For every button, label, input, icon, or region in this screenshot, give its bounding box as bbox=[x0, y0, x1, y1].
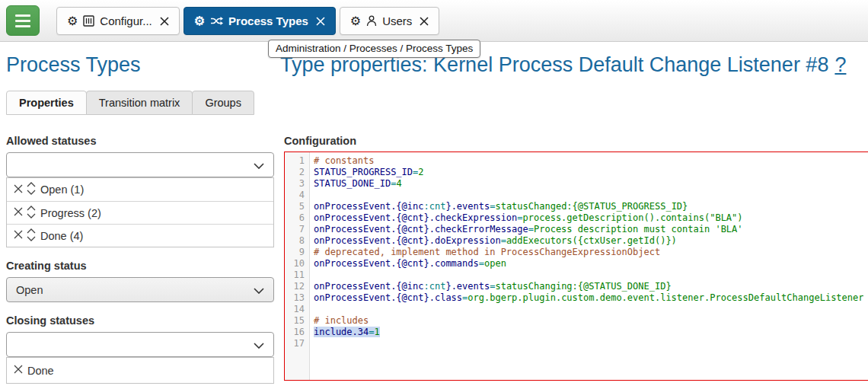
code-line: include.34=1 bbox=[314, 327, 863, 338]
creating-status-value: Open bbox=[16, 284, 43, 296]
chevron-down-icon bbox=[254, 284, 264, 296]
creating-status-label: Creating status bbox=[6, 260, 87, 272]
line-number: 10 bbox=[285, 258, 309, 270]
allowed-statuses-select[interactable] bbox=[6, 152, 274, 177]
breadcrumb-tooltip: Administration / Processes / Process Typ… bbox=[268, 40, 480, 58]
delete-icon[interactable] bbox=[13, 229, 24, 242]
tab-properties[interactable]: Properties bbox=[6, 91, 87, 115]
config-icon bbox=[83, 15, 94, 27]
config-editor[interactable]: 1234567891011121314151617 # constantsSTA… bbox=[284, 152, 868, 381]
content-tabs: PropertiesTransition matrixGroups bbox=[6, 91, 254, 115]
gear-icon: ⚙ bbox=[67, 15, 78, 27]
line-number: 2 bbox=[285, 167, 309, 178]
shuffle-icon bbox=[210, 16, 223, 26]
tab-users[interactable]: ⚙Users bbox=[340, 7, 440, 35]
tab-bar-tabs: ⚙Configur...⚙Process Types⚙Users bbox=[56, 7, 439, 35]
creating-status-select[interactable]: Open bbox=[6, 277, 274, 302]
tab-label: Configur... bbox=[100, 14, 152, 27]
line-number: 12 bbox=[285, 281, 309, 292]
code-line: onProcessEvent.{@cnt}.commands=open bbox=[314, 258, 863, 270]
code-line: STATUS_PROGRESS_ID=2 bbox=[314, 167, 863, 178]
top-tab-bar: ⚙Configur...⚙Process Types⚙Users bbox=[0, 0, 868, 42]
selection-highlight: include.34=1 bbox=[314, 327, 380, 337]
status-row: Progress (2) bbox=[7, 201, 273, 224]
status-label: Progress (2) bbox=[40, 207, 101, 219]
close-icon bbox=[420, 17, 429, 26]
line-number: 15 bbox=[285, 315, 309, 327]
help-link[interactable]: ? bbox=[834, 53, 846, 76]
tab-transition-matrix[interactable]: Transition matrix bbox=[86, 91, 193, 115]
closing-statuses-label: Closing statuses bbox=[6, 314, 94, 327]
code-line: onProcessEvent.{@cnt}.checkErrorMessage=… bbox=[314, 224, 863, 235]
code-line bbox=[314, 338, 863, 349]
line-number: 6 bbox=[285, 212, 309, 224]
page-title: Process Types bbox=[6, 53, 141, 77]
code-line bbox=[314, 304, 863, 315]
sort-icon[interactable] bbox=[26, 181, 37, 198]
code-line: # constants bbox=[314, 155, 863, 167]
line-number: 7 bbox=[285, 224, 309, 235]
allowed-statuses-list: Open (1)Progress (2)Done (4) bbox=[6, 177, 274, 247]
gear-icon: ⚙ bbox=[194, 15, 205, 27]
line-number: 3 bbox=[285, 178, 309, 190]
status-row: Done bbox=[7, 358, 273, 383]
status-row: Open (1) bbox=[7, 178, 273, 201]
tab-process-types[interactable]: ⚙Process Types bbox=[183, 7, 336, 35]
code-line: onProcessEvent.{@cnt}.class=org.bgerp.pl… bbox=[314, 292, 863, 304]
code-line: onProcessEvent.{@cnt}.checkExpression=pr… bbox=[314, 212, 863, 224]
allowed-statuses-label: Allowed statuses bbox=[6, 135, 96, 147]
close-icon[interactable] bbox=[420, 17, 429, 26]
menu-button[interactable] bbox=[6, 5, 40, 36]
user-icon bbox=[366, 15, 377, 27]
code-line: # deprecated, implement method in Proces… bbox=[314, 247, 863, 258]
tab-label: Users bbox=[382, 14, 412, 27]
sort-icon[interactable] bbox=[26, 205, 37, 222]
line-number: 14 bbox=[285, 304, 309, 315]
chevron-down-icon bbox=[254, 339, 264, 351]
code-line: onProcessEvent.{@inc:cnt}.events=statusC… bbox=[314, 201, 863, 212]
close-icon[interactable] bbox=[316, 17, 325, 26]
menu-icon bbox=[15, 14, 30, 17]
status-label: Done (4) bbox=[40, 230, 83, 242]
tab-groups[interactable]: Groups bbox=[192, 91, 254, 115]
close-icon[interactable] bbox=[160, 17, 169, 26]
code-line: # includes bbox=[314, 315, 863, 327]
line-number: 11 bbox=[285, 270, 309, 281]
closing-statuses-select[interactable] bbox=[6, 332, 274, 357]
line-number: 5 bbox=[285, 201, 309, 212]
line-number: 1 bbox=[285, 155, 309, 167]
status-label: Done bbox=[27, 365, 54, 377]
delete-icon[interactable] bbox=[13, 206, 24, 219]
code-line bbox=[314, 190, 863, 201]
closing-statuses-list: Done bbox=[6, 357, 274, 384]
configuration-label: Configuration bbox=[284, 135, 356, 147]
line-number: 16 bbox=[285, 327, 309, 338]
gear-icon: ⚙ bbox=[350, 15, 361, 27]
code-line: STATUS_DONE_ID=4 bbox=[314, 178, 863, 190]
delete-icon[interactable] bbox=[13, 364, 24, 377]
editor-gutter: 1234567891011121314151617 bbox=[285, 152, 310, 380]
code-line: onProcessEvent.{@inc:cnt}.events=statusC… bbox=[314, 281, 863, 292]
chevron-down-icon bbox=[254, 159, 264, 171]
code-line bbox=[314, 270, 863, 281]
close-icon bbox=[316, 17, 325, 26]
delete-icon[interactable] bbox=[13, 183, 24, 196]
line-number: 4 bbox=[285, 190, 309, 201]
status-label: Open (1) bbox=[40, 183, 84, 196]
line-number: 8 bbox=[285, 235, 309, 247]
sort-icon[interactable] bbox=[26, 228, 37, 244]
close-icon bbox=[160, 17, 169, 26]
code-line: onProcessEvent.{@cnt}.doExpression=addEx… bbox=[314, 235, 863, 247]
line-number: 9 bbox=[285, 247, 309, 258]
line-number: 13 bbox=[285, 292, 309, 304]
editor-code[interactable]: # constantsSTATUS_PROGRESS_ID=2STATUS_DO… bbox=[310, 152, 863, 380]
line-number: 17 bbox=[285, 338, 309, 349]
status-row: Done (4) bbox=[7, 224, 273, 247]
tab-configur[interactable]: ⚙Configur... bbox=[56, 7, 180, 35]
tab-label: Process Types bbox=[228, 14, 308, 27]
